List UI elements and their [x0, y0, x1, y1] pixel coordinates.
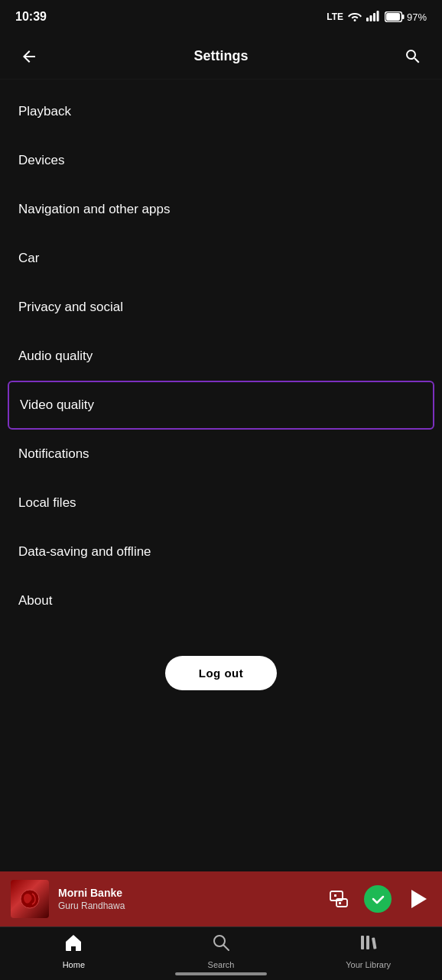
svg-marker-12 [411, 890, 427, 908]
search-button[interactable] [399, 43, 427, 70]
settings-item-video-quality[interactable]: Video quality [8, 381, 434, 430]
svg-rect-16 [366, 936, 369, 949]
page-title: Settings [43, 48, 399, 64]
track-title: Morni Banke [58, 887, 318, 899]
settings-item-local-files[interactable]: Local files [0, 479, 442, 527]
track-artist: Guru Randhawa [58, 900, 318, 911]
svg-rect-10 [339, 902, 341, 904]
liked-button[interactable] [364, 885, 392, 913]
home-label: Home [63, 960, 85, 969]
settings-item-privacy[interactable]: Privacy and social [0, 283, 442, 332]
svg-rect-6 [402, 15, 405, 19]
battery-percent: 97% [407, 11, 427, 23]
settings-item-data-saving[interactable]: Data-saving and offline [0, 527, 442, 576]
svg-rect-3 [376, 11, 379, 21]
battery-icon: 97% [385, 11, 427, 23]
settings-item-about[interactable]: About [0, 576, 442, 625]
nav-library[interactable]: Your Library [294, 933, 442, 969]
svg-rect-17 [372, 937, 377, 949]
settings-item-notifications[interactable]: Notifications [0, 430, 442, 479]
svg-rect-11 [334, 894, 336, 897]
now-playing-info: Morni Banke Guru Randhawa [58, 887, 318, 911]
now-playing-bar[interactable]: Morni Banke Guru Randhawa [0, 871, 442, 926]
settings-item-car[interactable]: Car [0, 234, 442, 283]
settings-item-navigation[interactable]: Navigation and other apps [0, 185, 442, 234]
settings-item-audio-quality[interactable]: Audio quality [0, 332, 442, 381]
svg-rect-2 [373, 13, 375, 21]
device-connect-button[interactable] [327, 887, 352, 911]
status-icons: LTE 97% [327, 11, 427, 24]
lte-icon: LTE [327, 11, 343, 22]
svg-rect-0 [366, 18, 369, 21]
album-art [11, 880, 49, 918]
nav-home[interactable]: Home [0, 933, 148, 969]
library-label: Your Library [346, 960, 391, 969]
logout-button[interactable]: Log out [165, 656, 277, 690]
svg-rect-15 [361, 936, 364, 949]
play-button[interactable] [404, 885, 431, 913]
settings-list: PlaybackDevicesNavigation and other apps… [0, 80, 442, 633]
svg-rect-5 [386, 13, 400, 21]
back-button[interactable] [15, 43, 43, 70]
album-art-image [11, 880, 49, 918]
library-icon [359, 933, 379, 957]
settings-content: PlaybackDevicesNavigation and other apps… [0, 80, 442, 871]
search-label: Search [208, 960, 235, 969]
header: Settings [0, 34, 442, 80]
logout-container: Log out [0, 633, 442, 706]
settings-item-devices[interactable]: Devices [0, 136, 442, 185]
signal-icon [366, 11, 380, 24]
playback-controls [327, 885, 431, 913]
search-nav-icon [211, 933, 231, 957]
wifi-icon [348, 11, 362, 24]
home-indicator [175, 972, 267, 975]
svg-rect-1 [369, 15, 372, 21]
svg-line-14 [224, 945, 229, 950]
settings-item-playback[interactable]: Playback [0, 87, 442, 136]
status-bar: 10:39 LTE 97% [0, 0, 442, 34]
home-icon [63, 933, 83, 957]
nav-search[interactable]: Search [148, 933, 295, 969]
status-time: 10:39 [15, 10, 47, 24]
